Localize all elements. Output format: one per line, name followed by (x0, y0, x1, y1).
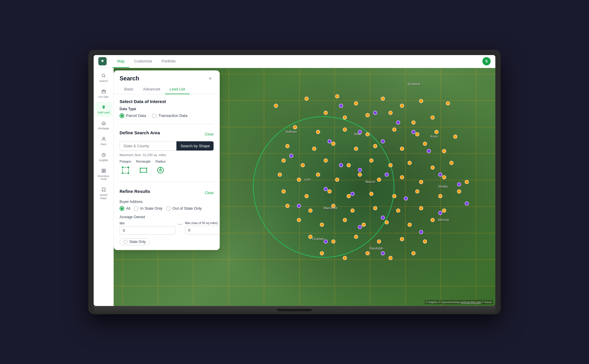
radio-parcel-data[interactable]: Parcel Data (120, 113, 146, 118)
map-area[interactable]: Scotland Knox Sullivan Adair Linn Macon … (114, 68, 495, 306)
svg-rect-7 (102, 171, 103, 173)
panel-title: Search (120, 75, 139, 82)
for-sale-icon (101, 89, 106, 95)
sidebar-item-boundary-tools[interactable]: Boundary Tools (95, 166, 112, 183)
polygon-label: Polygon (120, 160, 131, 163)
top-nav: Map Customize Portfolio S (94, 55, 495, 68)
sidebar-label-boundary-tools: Boundary Tools (96, 175, 111, 181)
refine-header: Refine Results Clear (120, 189, 214, 197)
map-label-sullivan: Sullivan (285, 130, 297, 133)
refine-title: Refine Results (120, 189, 150, 194)
shape-tool-polygon[interactable]: Polygon (120, 160, 131, 176)
refine-results-section: Refine Results Clear Buyer Address All (120, 188, 214, 245)
sidebar: Search For Sale (94, 68, 114, 306)
acreage-max-input[interactable] (185, 226, 220, 234)
sidebar-item-rent[interactable]: Rent (95, 134, 112, 148)
svg-rect-1 (102, 90, 105, 93)
svg-point-13 (128, 172, 129, 174)
radio-transaction-data[interactable]: Transaction Data (152, 113, 188, 118)
data-of-interest-section: Select Data of Interest Data Type Parcel… (120, 99, 214, 118)
max-label: Max (max of 50 sq miles) (185, 221, 220, 225)
svg-rect-14 (140, 168, 147, 172)
map-label-chariton: Chariton (312, 237, 325, 241)
buyer-address-label: Buyer Address (120, 200, 214, 204)
svg-point-17 (140, 172, 141, 173)
svg-point-12 (122, 172, 123, 174)
max-size-text: Maximum Size: 31,250 sq. miles (120, 153, 214, 157)
map-label-adair: Adair (354, 132, 362, 136)
laptop-notch (277, 309, 312, 311)
map-label-knox: Knox (431, 135, 438, 138)
svg-point-18 (146, 172, 147, 173)
map-label-macon: Macon (365, 180, 375, 183)
svg-point-11 (128, 166, 129, 168)
search-area-clear[interactable]: Clear (205, 132, 214, 136)
radio-in-state-circle (134, 206, 138, 211)
data-of-interest-title: Select Data of Interest (120, 99, 214, 104)
laptop-frame: Map Customize Portfolio S (88, 50, 501, 315)
sidebar-item-mortgage[interactable]: Mortgage (95, 118, 112, 133)
nav-tab-customize[interactable]: Customize (129, 55, 157, 68)
svg-rect-5 (102, 169, 103, 171)
radio-out-of-state-circle (166, 206, 171, 211)
tab-lead-list[interactable]: Lead List (165, 85, 190, 94)
sidebar-item-insights[interactable]: Insights (95, 150, 112, 164)
acreage-min-input[interactable] (120, 226, 176, 235)
main-content: Search For Sale (94, 68, 495, 306)
insights-icon (101, 152, 106, 158)
radio-transaction-label: Transaction Data (158, 113, 188, 118)
sidebar-label-for-sale: For Sale (98, 95, 108, 99)
search-by-shape-button[interactable]: Search by Shape (176, 141, 214, 150)
panel-body: Select Data of Interest Data Type Parcel… (114, 94, 220, 250)
svg-rect-8 (104, 171, 105, 173)
radio-all-label: All (126, 206, 130, 211)
map-label-marceline: Marceline (324, 206, 338, 210)
svg-point-3 (103, 137, 105, 139)
state-only-option[interactable]: State Only (120, 238, 150, 245)
search-area-input-container: Search by Shape (120, 141, 214, 151)
mortgage-icon (101, 120, 106, 126)
radio-in-state[interactable]: In State Only (134, 206, 162, 211)
nav-tab-map[interactable]: Map (112, 55, 129, 68)
panel-header: Search × (114, 70, 220, 85)
radio-out-of-state[interactable]: Out of State Only (166, 206, 202, 211)
search-panel: Search × Basic Advanced Lead List Select… (114, 70, 220, 250)
close-button[interactable]: × (207, 75, 214, 82)
sidebar-label-sold-land: Sold Land (97, 111, 110, 114)
app-logo[interactable] (98, 57, 107, 65)
sidebar-label-mortgage: Mortgage (98, 127, 109, 130)
divider-2 (120, 181, 214, 182)
refine-clear[interactable]: Clear (205, 191, 214, 195)
shape-tool-radius[interactable]: Radius (155, 160, 166, 176)
nav-tab-portfolio[interactable]: Portfolio (157, 55, 181, 68)
sidebar-label-insights: Insights (99, 159, 108, 162)
state-only-label: State Only (129, 240, 146, 244)
laptop-base (94, 306, 495, 314)
sidebar-item-search[interactable]: Search (95, 70, 112, 85)
radio-parcel-label: Parcel Data (126, 113, 146, 118)
data-type-radio-group: Parcel Data Transaction Data (120, 113, 214, 118)
nav-tabs: Map Customize Portfolio (112, 55, 180, 68)
saved-maps-icon (101, 187, 106, 193)
svg-point-10 (122, 166, 123, 168)
radio-all[interactable]: All (120, 206, 130, 211)
map-label-randolph: Randolph (369, 246, 383, 250)
sidebar-item-sold-land[interactable]: Sold Land (95, 102, 112, 117)
map-label-monroe: Monroe (438, 218, 449, 221)
tab-basic[interactable]: Basic (120, 85, 138, 94)
user-avatar[interactable]: S (482, 57, 491, 65)
sidebar-label-rent: Rent (101, 143, 106, 146)
app-container: Map Customize Portfolio S (94, 55, 495, 306)
radio-transaction-circle (152, 113, 157, 118)
sidebar-item-saved-maps[interactable]: Saved Maps (95, 184, 112, 202)
radius-label: Radius (155, 160, 166, 163)
shape-tool-rectangle[interactable]: Rectangle (136, 160, 151, 176)
search-area-title: Define Search Area (120, 130, 160, 135)
svg-rect-6 (104, 169, 105, 171)
min-label: Min (120, 221, 176, 225)
tab-advanced[interactable]: Advanced (138, 85, 165, 94)
buyer-address-radio-group: All In State Only Out of State Only (120, 206, 214, 211)
sidebar-item-for-sale[interactable]: For Sale (95, 86, 112, 101)
panel-tabs: Basic Advanced Lead List (114, 85, 220, 94)
state-county-input[interactable] (120, 141, 176, 150)
